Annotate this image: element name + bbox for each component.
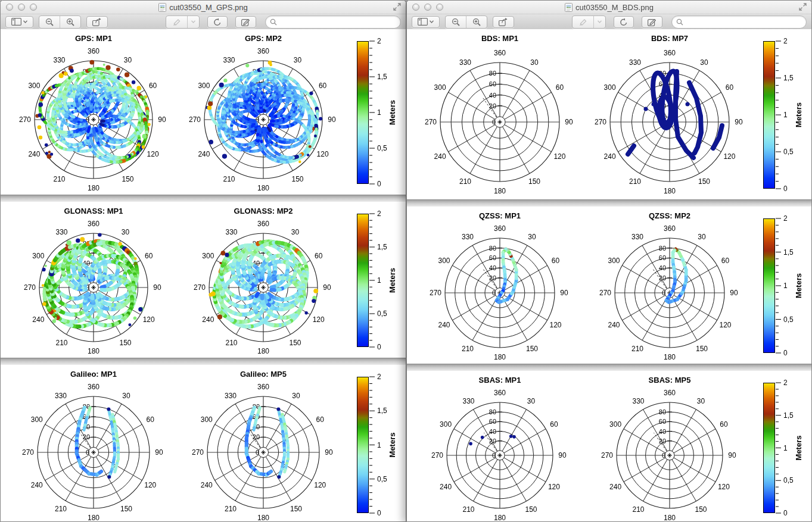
skyplot-galileo-mp5 — [176, 365, 346, 521]
sidebar-icon — [11, 18, 21, 26]
skyplot-sbas-mp1 — [413, 371, 583, 521]
zoom-controls — [445, 15, 487, 29]
search-field[interactable] — [671, 15, 807, 29]
sidebar-toggle-button[interactable] — [5, 16, 33, 28]
traffic-lights — [6, 4, 37, 11]
zoom-window-button[interactable] — [30, 4, 37, 11]
skyplot-qzss-mp1 — [413, 207, 583, 364]
skyplot-glonass-mp2 — [176, 202, 346, 358]
fullscreen-arrows-icon[interactable] — [393, 3, 401, 11]
page-separator — [407, 364, 811, 371]
share-icon — [499, 18, 508, 26]
page-separator — [1, 195, 406, 202]
colorbar-meters — [752, 207, 811, 364]
window-title: cut03550_M_BDS.png — [575, 3, 654, 12]
highlight-dropdown-button[interactable] — [187, 16, 199, 28]
markup-pencil-icon — [648, 18, 657, 26]
colorbar-meters — [346, 202, 406, 358]
markup-toolbar-button[interactable] — [642, 16, 662, 28]
zoom-in-icon — [472, 18, 481, 26]
chevron-down-icon — [191, 20, 195, 23]
chevron-down-icon — [598, 20, 602, 23]
highlight-control — [572, 15, 606, 29]
fullscreen-arrows-icon[interactable] — [799, 3, 807, 11]
colorbar-meters — [346, 29, 406, 195]
page-separator — [1, 358, 406, 365]
rotate-left-icon — [620, 18, 628, 26]
document-view[interactable] — [1, 29, 406, 521]
png-file-icon — [565, 3, 573, 12]
share-button[interactable] — [86, 16, 108, 28]
png-file-icon — [158, 3, 166, 12]
titlebar[interactable]: cut03550_M_BDS.png — [407, 1, 811, 14]
highlight-dropdown-button[interactable] — [593, 16, 605, 28]
markup-tools — [166, 15, 256, 29]
highlight-control — [166, 15, 200, 29]
zoom-window-button[interactable] — [436, 4, 443, 11]
close-button[interactable] — [6, 4, 13, 11]
search-icon — [676, 18, 683, 26]
search-field[interactable] — [265, 15, 401, 29]
colorbar-meters — [346, 365, 406, 521]
search-icon — [270, 18, 277, 26]
zoom-out-icon — [452, 18, 460, 26]
close-button[interactable] — [412, 4, 419, 11]
chevron-down-icon — [430, 20, 434, 23]
preview-window-bds: cut03550_M_BDS.png — [406, 0, 812, 522]
titlebar[interactable]: cut03550_M_GPS.png — [1, 1, 406, 14]
rotate-left-button[interactable] — [614, 16, 634, 28]
traffic-lights — [412, 4, 443, 11]
colorbar-meters — [752, 371, 811, 521]
search-input[interactable] — [686, 17, 802, 27]
zoom-in-button[interactable] — [466, 16, 487, 28]
toolbar — [1, 14, 406, 30]
window-title: cut03550_M_GPS.png — [169, 3, 248, 12]
highlighter-icon — [172, 18, 181, 26]
preview-window-gps: cut03550_M_GPS.png — [0, 0, 406, 522]
search-input[interactable] — [279, 17, 396, 27]
zoom-out-button[interactable] — [39, 16, 60, 28]
skyplot-bds-mp7 — [583, 29, 752, 199]
zoom-out-icon — [45, 18, 54, 26]
page-separator — [407, 199, 811, 207]
sidebar-icon — [418, 18, 428, 26]
zoom-out-button[interactable] — [446, 16, 466, 28]
highlighter-icon — [578, 18, 587, 26]
skyplot-gps-mp2 — [176, 29, 346, 195]
skyplot-qzss-mp2 — [583, 207, 752, 364]
document-view[interactable] — [407, 29, 811, 521]
highlight-pen-button[interactable] — [573, 16, 593, 28]
colorbar-meters — [752, 29, 811, 199]
zoom-in-button[interactable] — [60, 16, 80, 28]
markup-toolbar-button[interactable] — [235, 16, 256, 28]
chevron-down-icon — [23, 20, 27, 23]
skyplot-glonass-mp1 — [7, 202, 176, 358]
minimize-button[interactable] — [424, 4, 431, 11]
skyplot-gps-mp1 — [7, 29, 176, 195]
rotate-left-button[interactable] — [207, 16, 228, 28]
zoom-controls — [39, 15, 81, 29]
skyplot-sbas-mp5 — [583, 371, 752, 521]
skyplot-bds-mp1 — [413, 29, 583, 199]
toolbar — [407, 14, 811, 30]
markup-tools — [572, 15, 662, 29]
minimize-button[interactable] — [18, 4, 25, 11]
share-button[interactable] — [493, 16, 514, 28]
skyplot-galileo-mp1 — [7, 365, 176, 521]
rotate-left-icon — [213, 18, 222, 26]
zoom-in-icon — [66, 18, 74, 26]
sidebar-toggle-button[interactable] — [412, 16, 440, 28]
markup-pencil-icon — [241, 18, 250, 26]
highlight-pen-button[interactable] — [166, 16, 187, 28]
share-icon — [92, 18, 102, 26]
